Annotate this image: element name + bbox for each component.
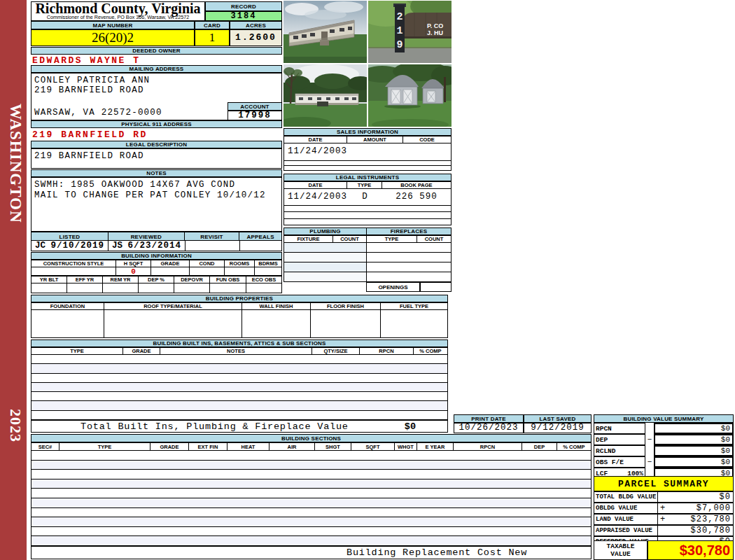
blank-row — [284, 161, 451, 166]
photo-mailbox-219: 2 1 9 P. CO J. HU — [368, 1, 451, 63]
account-header: ACCOUNT — [227, 102, 282, 111]
building-properties-values — [31, 310, 448, 338]
parcel-summary-rows: TOTAL BLDG VALUE $0 OBLDG VALUE + $7,000… — [594, 491, 734, 540]
bvs-row: OBS F/E − $0 — [594, 456, 734, 468]
blank-row — [284, 166, 451, 170]
building-value-summary-header: BUILDING VALUE SUMMARY — [594, 414, 734, 423]
physical-address-value: 219 BARNFIELD RD — [32, 130, 282, 139]
instrument-type: D — [347, 192, 382, 202]
mailbox-name-line: P. CO — [427, 22, 443, 29]
blank-row — [31, 508, 591, 518]
legal-instruments-header: LEGAL INSTRUMENTS — [284, 174, 451, 181]
building-sections-column-headers: SEC# TYPE GRADE EXT FIN HEAT AIR SHGT SQ… — [31, 442, 592, 451]
blank-row — [31, 374, 447, 383]
parcel-summary-row: LAND VALUE + $23,780 — [594, 514, 734, 525]
legal-description-header: LEGAL DESCRIPTION — [31, 141, 282, 148]
instrument-row: 11/24/2003 D 226 590 — [284, 189, 451, 206]
parcel-summary-row: APPRAISED VALUE $30,780 — [594, 525, 734, 536]
blank-row — [31, 461, 591, 470]
record-header: RECORD — [205, 1, 282, 11]
blank-row — [31, 383, 447, 392]
building-sections-rows — [31, 451, 592, 546]
built-ins-column-headers: TYPE GRADE NOTES QTY/SIZE RPCN % COMP — [31, 347, 448, 355]
county-title: Richmond County, Virginia — [31, 2, 204, 15]
mailbox-digit: 9 — [396, 39, 402, 51]
appeals-value — [240, 241, 281, 251]
blank-row — [284, 262, 366, 272]
blank-row — [31, 536, 591, 545]
building-value-summary-rows: RPCN $0 DEP − $0 RCLND $0 OBS F/E − $0 L… — [594, 423, 734, 470]
mailing-address-line: 219 BARNFIELD ROAD — [34, 85, 144, 95]
county-title-box: Richmond County, Virginia Commissioner o… — [31, 1, 205, 21]
building-properties-headers: FOUNDATION ROOF TYPE/MATERIAL WALL FINIS… — [31, 302, 448, 310]
h-sqft-value: 0 — [116, 267, 151, 275]
instruments-rows: 11/24/2003 D 226 590 — [284, 189, 451, 225]
account-value: 17998 — [227, 111, 282, 120]
blank-row — [31, 401, 447, 410]
print-date-value: 10/26/2023 — [454, 423, 524, 433]
property-record-card: WASHINGTON 2023 Richmond County, Virgini… — [0, 0, 735, 560]
building-info-values-2 — [31, 284, 282, 293]
parcel-summary-header: PARCEL SUMMARY — [594, 476, 734, 491]
deeded-owner-header: DEEDED OWNER — [31, 47, 282, 55]
legal-description-value: 219 BARNFIELD ROAD — [34, 151, 144, 161]
mailing-address-line: WARSAW, VA 22572-0000 — [34, 108, 162, 118]
legal-description-box: 219 BARNFIELD ROAD — [31, 148, 282, 169]
sales-row: 11/24/2003 — [284, 144, 451, 161]
card-value: 1 — [195, 29, 230, 46]
sales-column-headers: DATE AMOUNT CODE — [284, 136, 451, 144]
acres-value: 1.2600 — [230, 29, 282, 46]
mailbox-digit: 2 — [396, 11, 402, 23]
mailbox-name-line: J. HU — [427, 29, 443, 36]
building-sections-header: BUILDING SECTIONS — [31, 434, 592, 442]
notes-line: SWMH: 1985 OAKWOOD 14X67 AVG COND — [34, 180, 235, 190]
fireplaces-header: FIREPLACES — [366, 227, 451, 235]
building-properties-header: BUILDING PROPERTIES — [31, 295, 448, 302]
total-built-ins-label: Total Built Ins, Plumbing & Fireplace Va… — [80, 421, 349, 432]
building-info-headers-2: YR BLT EFF YR REM YR DEP % DEPOVR FUN OB… — [31, 276, 282, 284]
acres-header: ACRES — [230, 21, 282, 29]
taxable-value-label: TAXABLE VALUE — [594, 540, 648, 560]
fireplaces-rows — [366, 243, 451, 282]
photo-sheds — [368, 64, 451, 127]
blank-row — [367, 253, 451, 262]
blank-row — [284, 253, 366, 262]
blank-row — [31, 411, 447, 419]
sales-rows: 11/24/2003 — [284, 144, 451, 171]
built-ins-header: BUILDING BUILT INS, BASEMENTS, ATTICS & … — [31, 340, 448, 347]
map-number-header: MAP NUMBER — [31, 21, 195, 29]
revisit-value — [186, 241, 240, 251]
commissioner-line: Commissioner of the Revenue, PO Box 366,… — [31, 15, 204, 20]
bvs-row: RPCN $0 — [594, 423, 734, 434]
bvs-row: RCLND $0 — [594, 445, 734, 456]
year-label: 2023 — [4, 409, 24, 458]
plumbing-fireplaces-headers: FIXTURE COUNT TYPE COUNT — [284, 235, 451, 243]
blank-row — [31, 479, 591, 489]
blank-row — [31, 470, 591, 479]
construction-style-value — [31, 267, 116, 275]
last-saved-value: 9/12/2019 — [524, 423, 592, 433]
blank-row — [31, 364, 447, 373]
district-label: WASHINGTON — [4, 104, 24, 244]
building-replacement-note: Building Replacement Cost New — [346, 547, 527, 558]
notes-line: MAIL TO CHANGE PER PAT CONLEY 10/10/12 — [34, 190, 266, 200]
print-date-header: PRINT DATE — [454, 414, 524, 423]
plumbing-header: PLUMBING — [284, 227, 367, 235]
physical-address-header: PHYSICAL 911 ADDRESS — [31, 120, 282, 128]
blank-row — [284, 272, 366, 281]
blank-row — [367, 243, 451, 253]
blank-row — [284, 219, 451, 225]
openings-value — [420, 282, 451, 292]
blank-row — [367, 272, 451, 281]
mailing-address-line: CONLEY PATRICIA ANN — [34, 76, 150, 85]
parcel-summary-row: TOTAL BLDG VALUE $0 — [594, 491, 734, 503]
bvs-row: DEP − $0 — [594, 434, 734, 445]
photo-mobile-home-yard — [284, 64, 367, 127]
blank-row — [284, 206, 451, 213]
plumbing-rows — [284, 243, 367, 282]
parcel-summary-row: OBLDG VALUE + $7,000 — [594, 503, 734, 514]
blank-row — [31, 527, 591, 537]
last-saved-header: LAST SAVED — [524, 414, 592, 423]
district-sidebar: WASHINGTON 2023 — [0, 0, 27, 560]
review-header-row: LISTED REVIEWED REVISIT APPEALS — [31, 232, 282, 240]
